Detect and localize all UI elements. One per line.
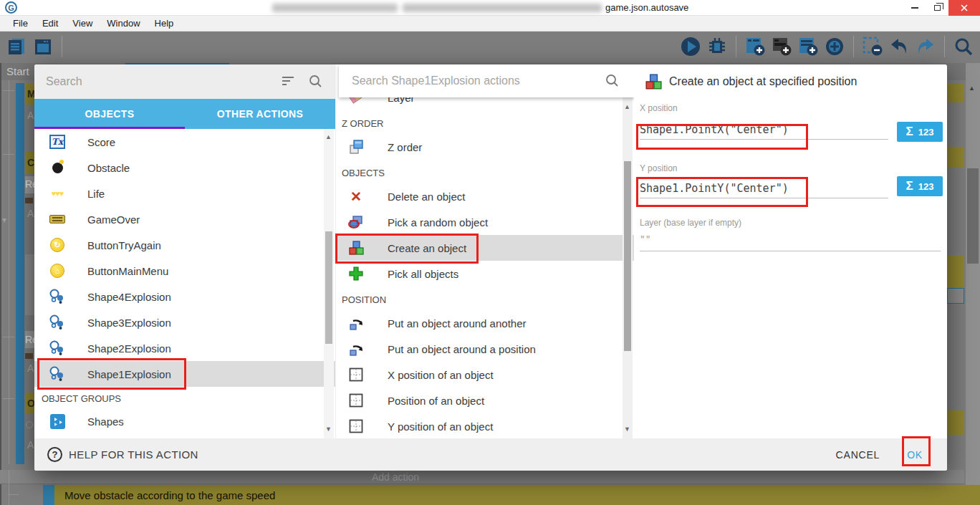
scroll-up-icon[interactable]: ▲ xyxy=(624,103,630,110)
close-button[interactable] xyxy=(948,0,980,16)
action-item-put-around-another[interactable]: Put an object around another xyxy=(336,310,634,336)
action-item-layer[interactable]: Layer xyxy=(336,97,634,110)
section-header-objects: OBJECTS xyxy=(336,160,634,183)
hearts-icon: ♥♥♥ xyxy=(49,185,66,202)
action-item-delete-object[interactable]: ✕ Delete an object xyxy=(336,183,634,209)
menu-window[interactable]: Window xyxy=(100,18,147,29)
action-item-position[interactable]: Position of an object xyxy=(336,388,634,413)
undo-icon[interactable] xyxy=(888,36,910,57)
sigma-icon: Σ xyxy=(906,179,913,193)
timer-icon xyxy=(26,421,33,428)
ok-button[interactable]: OK xyxy=(907,449,923,461)
collapse-arrow-icon[interactable]: ▾ xyxy=(2,215,6,225)
list-item-shape4explosion[interactable]: Shape4Explosion xyxy=(34,284,335,309)
add-link-fragment: A xyxy=(27,362,34,374)
action-list-scrollbar[interactable]: ▲ ▼ xyxy=(623,97,633,438)
debug-icon[interactable] xyxy=(706,36,728,57)
list-item-obstacle[interactable]: Obstacle xyxy=(34,155,335,181)
filter-icon[interactable] xyxy=(282,77,294,87)
field-underline xyxy=(640,139,888,140)
action-search-input[interactable] xyxy=(352,74,588,87)
tab-start[interactable]: Start xyxy=(6,65,29,77)
project-manager-icon[interactable] xyxy=(6,36,27,57)
scroll-up-icon[interactable]: ▲ xyxy=(325,133,332,140)
list-item-buttontryagain[interactable]: ↻ ButtonTryAgain xyxy=(34,232,335,258)
menu-help[interactable]: Help xyxy=(148,18,181,29)
search-icon[interactable] xyxy=(309,74,322,88)
layer-icon xyxy=(347,97,365,106)
action-item-pick-random[interactable]: Pick a random object xyxy=(336,209,634,235)
section-header-position: POSITION xyxy=(336,287,634,310)
scrollbar-thumb[interactable] xyxy=(325,231,332,344)
action-item-pick-all[interactable]: Pick all objects xyxy=(336,261,634,287)
position-grid-icon xyxy=(347,392,365,409)
search-icon[interactable] xyxy=(953,36,974,57)
menu-edit[interactable]: Edit xyxy=(35,18,65,29)
bomb-icon xyxy=(49,159,66,176)
y-position-field[interactable]: Shape1.PointY("Center") xyxy=(640,182,789,195)
object-list-scrollbar[interactable]: ▲ ▼ xyxy=(324,129,334,438)
event-tree-line xyxy=(9,494,19,495)
scene-editor-icon[interactable] xyxy=(32,36,54,57)
add-circle-icon[interactable] xyxy=(824,36,845,57)
action-item-x-position[interactable]: X position of an object xyxy=(336,362,634,388)
pick-random-icon xyxy=(347,213,365,231)
action-search-bar xyxy=(339,64,634,97)
dialog-footer: ? HELP FOR THIS ACTION CANCEL OK xyxy=(34,438,947,471)
layer-label: Layer (base layer if empty) xyxy=(640,218,741,228)
scroll-down-icon[interactable]: ▼ xyxy=(325,425,332,433)
tab-other-actions[interactable]: OTHER ACTIONS xyxy=(185,99,335,129)
list-item-life[interactable]: ♥♥♥ Life xyxy=(34,181,335,206)
scroll-up-icon[interactable]: ▲ xyxy=(969,85,975,92)
list-item-score[interactable]: Tx Score xyxy=(34,129,335,155)
particles-icon xyxy=(49,288,66,305)
list-item-shape1explosion-selected[interactable]: Shape1Explosion xyxy=(34,361,335,387)
add-event-icon[interactable] xyxy=(744,36,766,57)
toolbar-separator xyxy=(62,36,62,57)
event-comment-row: Move obstacle according to the game spee… xyxy=(54,485,980,505)
text-object-icon: Tx xyxy=(49,133,66,150)
event-tree-line xyxy=(3,154,14,155)
list-item-shape2explosion[interactable]: Shape2Explosion xyxy=(34,335,335,361)
app-scrollbar[interactable]: ▲ ▼ xyxy=(966,63,980,505)
x-position-field[interactable]: Shape1.PointX("Center") xyxy=(640,123,789,136)
add-comment-icon[interactable] xyxy=(797,36,819,57)
list-item-buttonmainmenu[interactable]: ⌂ ButtonMainMenu xyxy=(34,258,335,284)
search-icon[interactable] xyxy=(605,74,619,87)
add-subevent-icon[interactable] xyxy=(771,36,792,57)
action-parameters-panel: Create an object at specified position X… xyxy=(634,64,947,438)
object-search-input[interactable] xyxy=(46,75,261,88)
blurred-title-text xyxy=(403,4,602,12)
app-scrollbar-thumb[interactable] xyxy=(967,168,979,264)
layer-field[interactable]: "" xyxy=(640,234,651,244)
redo-icon[interactable] xyxy=(915,36,936,57)
menu-view[interactable]: View xyxy=(65,18,100,29)
cancel-button[interactable]: CANCEL xyxy=(836,449,880,461)
scroll-down-icon[interactable]: ▼ xyxy=(624,425,630,433)
menu-file[interactable]: File xyxy=(6,18,35,29)
event-tree-line xyxy=(3,337,14,337)
x-expression-builder-button[interactable]: Σ 123 xyxy=(897,122,943,142)
delete-event-icon[interactable] xyxy=(862,36,883,57)
position-grid-icon xyxy=(347,418,365,435)
maximize-button[interactable] xyxy=(926,0,948,16)
pick-all-icon xyxy=(347,265,365,282)
comment-text: Move obstacle according to the game spee… xyxy=(64,489,275,501)
action-item-y-position[interactable]: Y position of an object xyxy=(336,413,634,438)
add-link-fragment: A xyxy=(27,439,34,451)
action-item-create-object-selected[interactable]: Create an object xyxy=(336,235,634,261)
tab-objects[interactable]: OBJECTS xyxy=(34,99,185,129)
action-item-zorder[interactable]: Z order xyxy=(336,134,634,160)
add-action-link[interactable]: Add action xyxy=(372,471,419,483)
list-item-shapes-group[interactable]: Shapes xyxy=(34,408,335,434)
object-search-bar xyxy=(34,64,335,99)
list-item-shape3explosion[interactable]: Shape3Explosion xyxy=(34,309,335,335)
scrollbar-thumb[interactable] xyxy=(624,161,631,351)
minimize-button[interactable] xyxy=(904,0,926,16)
list-item-gameover[interactable]: GameOver xyxy=(34,206,335,232)
play-icon[interactable] xyxy=(680,36,701,57)
y-expression-builder-button[interactable]: Σ 123 xyxy=(897,176,943,196)
help-button[interactable]: ? HELP FOR THIS ACTION xyxy=(47,447,198,462)
action-item-put-around-position[interactable]: Put an object around a position xyxy=(336,336,634,362)
x-position-label: X position xyxy=(640,103,678,113)
